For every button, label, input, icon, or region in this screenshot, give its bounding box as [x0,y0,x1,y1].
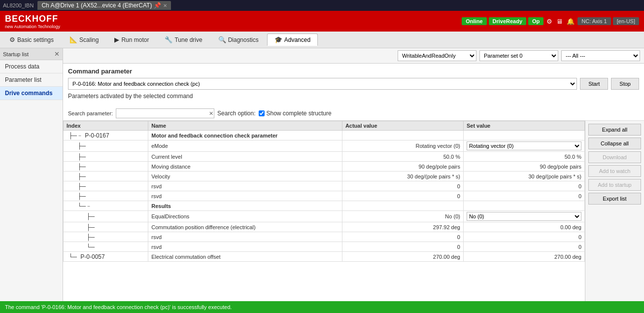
op-badge: Op [528,17,543,25]
expand-all-button[interactable]: Expand all [588,124,641,136]
row-name: rsvd [148,181,342,191]
tree-line-7: ├─ [67,193,86,200]
access-filter-select[interactable]: WritableAndReadOnly ReadOnly WriteOnly [398,50,476,61]
brand-name: BECKHOFF [5,14,60,24]
equaldirections-set-select[interactable]: No (0) [467,212,581,221]
tab-advanced-label: Advanced [284,36,310,43]
brand-logo: BECKHOFF new Automation Technology [5,14,60,29]
add-to-startup-button[interactable]: Add to startup [588,179,641,191]
collapse-icon-2[interactable]: − [87,204,90,209]
sidebar-process-data-label: Process data [5,63,39,70]
row-index: ├─ [64,140,148,152]
sidebar-title: Startup list [3,51,29,57]
header-right: Online DriveReady Op ⚙ 🖥 🔔 NC: Axis 1 [e… [462,17,639,26]
row-name: Commutation position difference (electri… [148,222,342,232]
stop-button[interactable]: Stop [611,78,639,90]
row-index: ├─ [64,172,148,181]
equaldirections-set-wrap: No (0) [467,212,581,221]
active-tab[interactable]: Ch A@Drive 1 (AX52...evice 4 (EtherCAT) … [37,1,171,10]
col-actual: Actual value [342,121,463,131]
col-name: Name [148,121,342,131]
row-index-value-2: P-0-0057 [80,253,104,260]
tune-drive-icon: 🔧 [165,36,172,43]
search-clear-icon[interactable]: ✕ [209,110,213,117]
header-bar: BECKHOFF new Automation Technology Onlin… [0,11,644,32]
params-table: Index Name Actual value Set value ├─ − [63,121,585,262]
row-set: 270.00 deg [463,252,584,262]
show-complete-checkbox[interactable] [259,110,265,116]
tab-diagnostics[interactable]: 🔍 Diagnostics [211,34,266,46]
basic-settings-icon: ⚙ [9,36,15,43]
row-index: ├─ [64,232,148,242]
tab-basic-settings[interactable]: ⚙ Basic settings [2,34,61,46]
table-row: ├─ EqualDirections No (0) No (0) [64,211,585,222]
tree-line-4: ├─ [67,163,86,170]
search-input[interactable] [116,108,214,118]
table-row: ├─ Moving distance 90 deg/pole pairs 90 … [64,162,585,172]
search-option-label: Search option: [217,110,255,117]
param-set-select[interactable]: Parameter set 0 Parameter set 1 [479,50,558,61]
row-actual: 90 deg/pole pairs [342,162,463,172]
tab-run-motor[interactable]: ▶ Run motor [107,34,156,46]
tree-line-12: └─ [67,243,95,250]
row-actual [342,201,463,211]
alarm-icon[interactable]: 🔔 [566,17,576,26]
tree-line-2: ├─ [67,142,86,149]
table-row: ├─ rsvd 0 0 [64,191,585,201]
tree-line-1: ├─ [67,132,78,139]
add-to-watch-button[interactable]: Add to watch [588,165,641,177]
settings-icon[interactable]: ⚙ [545,17,553,26]
sidebar-header: Startup list ✕ [0,48,63,60]
row-set: No (0) [463,211,584,222]
col-set: Set value [463,121,584,131]
table-row: ├─ Commutation position difference (elec… [64,222,585,232]
status-bar: The command 'P-0-0166: Motor and feedbac… [0,301,644,313]
sidebar-item-drive-commands[interactable]: Drive commands [0,87,63,100]
row-name: eMode [148,140,342,152]
row-actual: 297.92 deg [342,222,463,232]
scaling-icon: 📐 [69,36,77,43]
all-filter-select[interactable]: --- All --- Drive Motor [561,50,640,61]
row-actual: 50.0 % [342,152,463,162]
col-index: Index [64,121,148,131]
start-button[interactable]: Start [580,78,608,90]
params-activated-title: Parameters activated by the selected com… [68,93,639,100]
tab-close-icon[interactable]: ✕ [163,3,167,8]
row-name: Moving distance [148,162,342,172]
emode-set-select[interactable]: Rotating vector (0) [467,141,581,150]
sidebar-close-button[interactable]: ✕ [54,50,60,58]
tab-advanced[interactable]: 🎓 Advanced [267,34,318,46]
tab-scaling[interactable]: 📐 Scaling [62,34,106,46]
export-list-button[interactable]: Export list [588,193,641,205]
table-row: └─ P-0-0057 Electrical commutation offse… [64,252,585,262]
row-name: rsvd [148,242,342,252]
tab-tune-drive[interactable]: 🔧 Tune drive [157,34,209,46]
collapse-all-button[interactable]: Collapse all [588,138,641,149]
row-index: └─ P-0-0057 [64,252,148,262]
tree-line-9: ├─ [67,213,95,220]
search-input-wrap: ✕ [116,108,214,118]
axis-badge: NC: Axis 1 [577,17,610,25]
tree-line-8: └─ [67,203,87,209]
show-complete-structure-label[interactable]: Show complete structure [259,110,332,117]
monitor-icon[interactable]: 🖥 [555,17,564,26]
status-message: The command 'P-0-0166: Motor and feedbac… [5,304,232,310]
tree-line-11: ├─ [67,234,95,241]
collapse-icon-1[interactable]: − [78,133,81,139]
search-bar: Search parameter: ✕ Search option: Show … [63,106,644,121]
nav-tabs: ⚙ Basic settings 📐 Scaling ▶ Run motor 🔧… [0,32,644,48]
sidebar-item-process-data[interactable]: Process data [0,60,63,73]
table-row: └─ rsvd 0 0 [64,242,585,252]
tab-label: Ch A@Drive 1 (AX52...evice 4 (EtherCAT) [41,2,152,9]
download-button[interactable]: Download [588,151,641,163]
action-panel: Expand all Collapse all Download Add to … [585,121,644,301]
command-dropdown[interactable]: P-0-0166: Motor and feedback connection … [68,78,577,90]
table-row: ├─ Velocity 30 deg/(pole pairs * s) 30 d… [64,172,585,181]
table-row: ├─ eMode Rotating vector (0) Rotating ve… [64,140,585,152]
row-name: rsvd [148,191,342,201]
sidebar-item-parameter-list[interactable]: Parameter list [0,73,63,87]
table-row: ├─ rsvd 0 0 [64,232,585,242]
run-motor-icon: ▶ [114,36,119,43]
command-section: Command parameter P-0-0166: Motor and fe… [63,64,644,106]
row-index: └─ − [64,201,148,211]
